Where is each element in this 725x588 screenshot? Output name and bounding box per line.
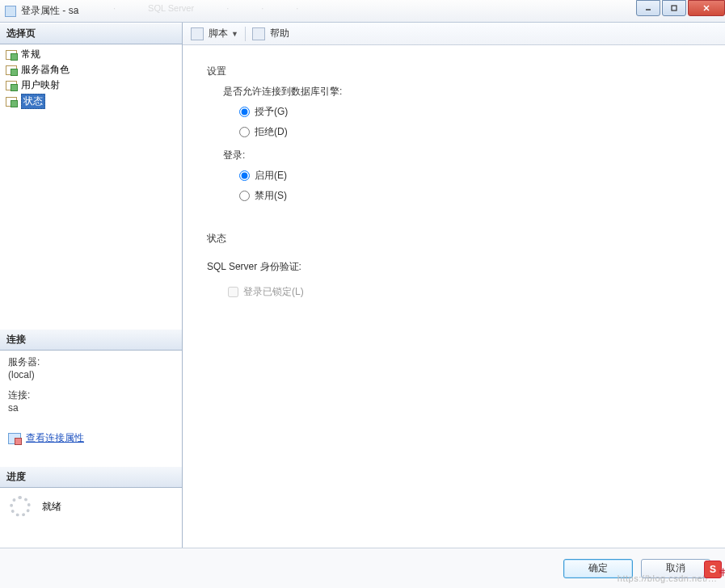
nav-item-server-roles[interactable]: 服务器角色 bbox=[3, 62, 179, 78]
ime-badge-letter: S bbox=[710, 564, 716, 575]
locked-checkbox-row: 登录已锁定(L) bbox=[228, 285, 701, 299]
progress-header: 进度 bbox=[0, 466, 182, 488]
ok-button[interactable]: 确定 bbox=[563, 559, 633, 578]
page-nav: 常规 服务器角色 用户映射 状态 bbox=[0, 44, 182, 112]
window-controls bbox=[634, 0, 725, 16]
sidebar: 选择页 常规 服务器角色 用户映射 状态 连接 服务器: bbox=[0, 23, 183, 548]
view-connection-link[interactable]: 查看连接属性 bbox=[26, 431, 84, 445]
enable-radio[interactable] bbox=[239, 170, 250, 181]
title-bar: 登录属性 - sa ·SQL Server··· bbox=[0, 0, 725, 23]
form-area: 设置 是否允许连接到数据库引擎: 授予(G) 拒绝(D) 登录: 启用(E) bbox=[183, 45, 725, 328]
page-icon bbox=[5, 65, 18, 76]
nav-item-general[interactable]: 常规 bbox=[3, 47, 179, 62]
background-tabs: ·SQL Server··· bbox=[113, 3, 298, 13]
nav-label: 用户映射 bbox=[21, 78, 60, 92]
page-icon bbox=[5, 96, 18, 107]
svg-rect-1 bbox=[672, 6, 677, 10]
connection-label: 连接: bbox=[8, 388, 174, 402]
help-icon bbox=[252, 27, 265, 40]
dialog-footer: 确定 取消 bbox=[0, 548, 725, 588]
cancel-button[interactable]: 取消 bbox=[641, 559, 710, 578]
locked-checkbox bbox=[228, 287, 238, 297]
connect-engine-label: 是否允许连接到数据库引擎: bbox=[223, 85, 701, 99]
toolbar-separator bbox=[245, 27, 246, 41]
settings-section-label: 设置 bbox=[207, 65, 701, 78]
page-icon bbox=[5, 80, 18, 91]
nav-label: 服务器角色 bbox=[21, 63, 70, 77]
disable-radio[interactable] bbox=[239, 191, 250, 201]
script-button[interactable]: 脚本 bbox=[209, 27, 228, 40]
nav-item-status[interactable]: 状态 bbox=[3, 93, 179, 110]
enable-radio-row[interactable]: 启用(E) bbox=[239, 169, 701, 183]
enable-label: 启用(E) bbox=[255, 169, 287, 183]
spinner-icon bbox=[10, 496, 31, 517]
nav-label: 常规 bbox=[21, 48, 40, 61]
close-button[interactable] bbox=[688, 0, 725, 16]
select-page-header: 选择页 bbox=[0, 23, 182, 44]
ime-badge[interactable]: S 中 bbox=[704, 561, 722, 578]
deny-radio[interactable] bbox=[239, 127, 250, 137]
server-value: (local) bbox=[8, 369, 174, 380]
content-area: 脚本 ▼ 帮助 设置 是否允许连接到数据库引擎: 授予(G) 拒绝(D) 登录: bbox=[183, 23, 725, 548]
status-section-label: 状态 bbox=[207, 232, 701, 246]
connection-value: sa bbox=[8, 402, 174, 414]
login-label: 登录: bbox=[223, 149, 701, 162]
content-toolbar: 脚本 ▼ 帮助 bbox=[183, 23, 725, 45]
connection-info: 服务器: (local) 连接: sa bbox=[0, 351, 182, 426]
sql-auth-label: SQL Server 身份验证: bbox=[207, 260, 701, 274]
locked-label: 登录已锁定(L) bbox=[243, 285, 304, 299]
disable-radio-row[interactable]: 禁用(S) bbox=[239, 189, 701, 203]
dropdown-arrow-icon[interactable]: ▼ bbox=[231, 30, 238, 38]
view-connection-properties[interactable]: 查看连接属性 bbox=[0, 426, 182, 450]
minimize-button[interactable] bbox=[636, 0, 660, 16]
deny-label: 拒绝(D) bbox=[255, 125, 288, 139]
server-label: 服务器: bbox=[8, 355, 174, 369]
page-icon bbox=[5, 49, 18, 61]
window-title: 登录属性 - sa bbox=[21, 4, 78, 18]
help-button[interactable]: 帮助 bbox=[270, 27, 289, 40]
progress-status: 就绪 bbox=[42, 500, 61, 514]
script-icon bbox=[191, 27, 204, 40]
grant-radio-row[interactable]: 授予(G) bbox=[239, 105, 701, 119]
app-icon bbox=[5, 6, 16, 17]
disable-label: 禁用(S) bbox=[255, 189, 287, 203]
nav-label: 状态 bbox=[21, 94, 45, 109]
maximize-button[interactable] bbox=[662, 0, 686, 16]
properties-icon bbox=[8, 433, 21, 444]
nav-item-user-mapping[interactable]: 用户映射 bbox=[3, 78, 179, 93]
progress-box: 就绪 bbox=[0, 488, 182, 525]
ime-lang: 中 bbox=[719, 567, 725, 578]
grant-radio[interactable] bbox=[239, 107, 250, 117]
grant-label: 授予(G) bbox=[255, 105, 288, 119]
deny-radio-row[interactable]: 拒绝(D) bbox=[239, 125, 701, 139]
connection-header: 连接 bbox=[0, 329, 182, 351]
